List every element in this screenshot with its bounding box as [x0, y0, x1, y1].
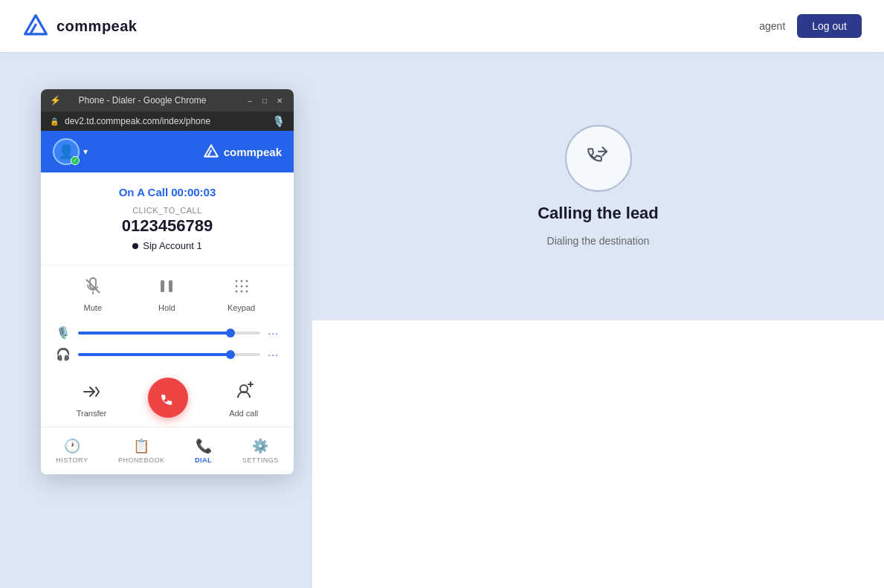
app-logo-text: commpeak — [57, 18, 138, 35]
dialer-nav: 🕐 HISTORY 📋 PHONEBOOK 📞 DIAL ⚙️ SETTINGS — [41, 427, 294, 474]
address-bar: 🔒 dev2.td.commpeak.com/index/phone 🎙️ — [41, 112, 294, 131]
browser-minimize-button[interactable]: – — [245, 95, 255, 106]
transfer-label: Transfer — [77, 409, 107, 418]
mute-icon — [80, 273, 106, 300]
security-icon: 🔒 — [50, 117, 59, 126]
dialer-app-header: 👤 ✓ ▾ commpeak — [41, 131, 294, 172]
svg-line-1 — [30, 25, 36, 34]
hold-control[interactable]: Hold — [153, 273, 180, 312]
svg-point-15 — [240, 291, 242, 293]
dialer-logo: commpeak — [203, 143, 282, 160]
commpeak-logo-icon — [22, 13, 49, 39]
nav-history[interactable]: 🕐 HISTORY — [48, 435, 95, 467]
calling-title: Calling the lead — [538, 204, 659, 223]
svg-point-10 — [245, 280, 248, 282]
user-avatar: 👤 ✓ — [53, 138, 80, 165]
nav-dial[interactable]: 📞 DIAL — [187, 435, 219, 467]
add-call-label: Add call — [229, 409, 258, 418]
headphone-volume-thumb — [226, 350, 235, 359]
sip-account-label: Sip Account 1 — [143, 240, 202, 251]
svg-point-8 — [235, 280, 237, 282]
left-panel: ⚡ Phone - Dialer - Google Chrome – □ ✕ 🔒… — [0, 52, 312, 588]
dial-icon: 📞 — [196, 438, 212, 454]
browser-chrome: ⚡ Phone - Dialer - Google Chrome – □ ✕ — [41, 89, 294, 112]
add-call-icon — [230, 378, 257, 405]
svg-point-14 — [235, 291, 237, 293]
svg-rect-7 — [169, 280, 172, 292]
mic-volume-slider[interactable] — [78, 332, 260, 335]
nav-settings[interactable]: ⚙️ SETTINGS — [235, 435, 286, 467]
mic-volume-icon: 🎙️ — [56, 326, 71, 340]
mic-volume-thumb — [226, 329, 235, 337]
hold-icon — [153, 273, 180, 300]
call-icon-circle — [565, 125, 632, 192]
settings-nav-label: SETTINGS — [242, 456, 279, 464]
svg-rect-6 — [161, 280, 164, 292]
address-url[interactable]: dev2.td.commpeak.com/index/phone — [65, 116, 266, 126]
sip-account-row: Sip Account 1 — [53, 240, 282, 251]
add-call-action[interactable]: Add call — [229, 378, 258, 418]
on-call-timer: On A Call 00:00:03 — [53, 186, 282, 198]
dial-nav-label: DIAL — [195, 456, 212, 464]
hangup-button[interactable] — [148, 378, 188, 418]
call-controls: Mute Hold — [41, 265, 294, 318]
right-top-panel: Calling the lead Dialing the destination — [312, 52, 884, 320]
phonebook-icon: 📋 — [133, 438, 149, 454]
mute-control[interactable]: Mute — [80, 273, 106, 312]
headphone-volume-icon: 🎧 — [56, 347, 71, 361]
browser-maximize-button[interactable]: □ — [259, 95, 270, 106]
browser-controls: – □ ✕ — [245, 95, 285, 106]
main-content: ⚡ Phone - Dialer - Google Chrome – □ ✕ 🔒… — [0, 52, 884, 588]
call-status: On A Call 00:00:03 CLICK_TO_CALL 0123456… — [41, 172, 294, 257]
settings-icon: ⚙️ — [252, 438, 268, 454]
sip-dot-icon — [132, 243, 138, 249]
mic-volume-row: 🎙️ ··· — [56, 326, 279, 340]
calling-subtitle: Dialing the destination — [547, 235, 650, 247]
click-to-call-label: CLICK_TO_CALL — [53, 206, 282, 215]
svg-point-11 — [235, 285, 237, 288]
svg-point-9 — [240, 280, 242, 282]
transfer-icon — [78, 378, 105, 405]
browser-close-button[interactable]: ✕ — [274, 95, 285, 106]
dialer-logo-text: commpeak — [224, 146, 282, 158]
logout-button[interactable]: Log out — [797, 14, 862, 38]
headphone-volume-slider[interactable] — [78, 353, 260, 356]
browser-title: Phone - Dialer - Google Chrome — [46, 95, 239, 106]
phone-number: 0123456789 — [53, 216, 282, 236]
call-forward-icon — [582, 142, 615, 175]
history-icon: 🕐 — [64, 438, 80, 454]
mute-label: Mute — [84, 303, 102, 312]
calling-card: Calling the lead Dialing the destination — [538, 125, 659, 247]
nav-phonebook[interactable]: 📋 PHONEBOOK — [111, 435, 172, 467]
hold-label: Hold — [158, 303, 175, 312]
keypad-label: Keypad — [228, 303, 255, 312]
svg-point-13 — [245, 285, 248, 288]
app-header: commpeak agent Log out — [0, 0, 884, 52]
dialer-logo-icon — [203, 143, 219, 160]
avatar-chevron-icon[interactable]: ▾ — [83, 146, 88, 157]
svg-point-12 — [240, 285, 242, 288]
app-logo: commpeak — [22, 13, 138, 39]
avatar-check-icon: ✓ — [71, 156, 80, 165]
keypad-control[interactable]: Keypad — [228, 273, 255, 312]
right-bottom-panel — [312, 320, 884, 589]
headphone-more-icon[interactable]: ··· — [268, 349, 279, 361]
mic-more-icon[interactable]: ··· — [268, 327, 279, 339]
action-buttons: Transfer Ad — [41, 369, 294, 427]
phonebook-nav-label: PHONEBOOK — [118, 456, 165, 464]
history-nav-label: HISTORY — [56, 456, 88, 464]
volume-controls: 🎙️ ··· 🎧 ··· — [41, 318, 294, 369]
svg-point-16 — [245, 291, 248, 293]
headphone-volume-row: 🎧 ··· — [56, 347, 279, 361]
right-panel: Calling the lead Dialing the destination — [312, 52, 884, 588]
browser-window: ⚡ Phone - Dialer - Google Chrome – □ ✕ 🔒… — [41, 89, 294, 474]
transfer-action[interactable]: Transfer — [77, 378, 107, 418]
agent-label: agent — [759, 20, 785, 32]
header-right: agent Log out — [759, 14, 862, 38]
microphone-icon[interactable]: 🎙️ — [272, 115, 285, 127]
keypad-icon — [228, 273, 255, 300]
